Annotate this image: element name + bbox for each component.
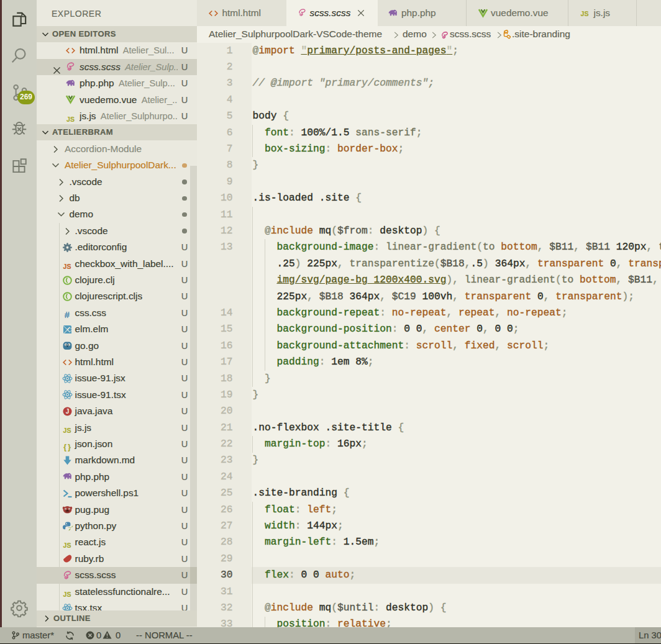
- svg-text:J: J: [65, 408, 69, 415]
